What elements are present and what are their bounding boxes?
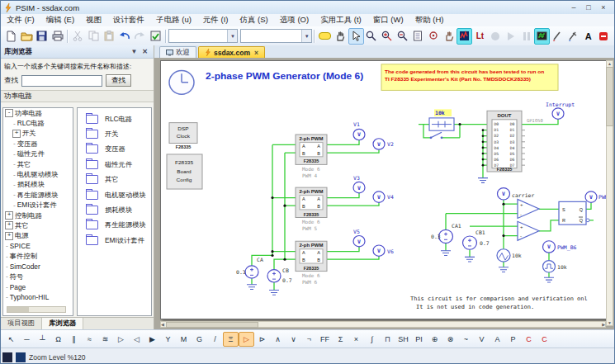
fit-page-icon[interactable] bbox=[410, 28, 426, 45]
element-search-combobox[interactable]: ▼ bbox=[168, 29, 239, 43]
tree-item[interactable]: -功率电路 bbox=[3, 108, 73, 118]
tree-item[interactable]: -符号 bbox=[3, 272, 73, 281]
voltage-probe-pen-icon[interactable] bbox=[550, 28, 565, 45]
tree-item[interactable]: -事件控制 bbox=[3, 251, 73, 261]
menu-item-6[interactable]: 仿真 (S) bbox=[234, 15, 273, 26]
tree-item[interactable]: -SimCoder bbox=[3, 262, 73, 272]
schematic-svg[interactable]: 2-phase PWM Generator (Mode 6) The code … bbox=[161, 61, 607, 319]
meter-label-interrupt[interactable]: Interrupt bbox=[546, 102, 575, 108]
menu-item-0[interactable]: 文件 (F) bbox=[1, 15, 40, 26]
sine-source-icon[interactable]: ~ bbox=[458, 332, 474, 347]
cb1-value[interactable]: 0.7 bbox=[480, 240, 490, 246]
thyristor-icon[interactable]: ▶ bbox=[144, 332, 160, 347]
folder-item[interactable]: 再生能源模块 bbox=[78, 218, 151, 233]
zener-icon[interactable]: ◁ bbox=[129, 332, 144, 347]
run-simview-icon[interactable] bbox=[457, 28, 472, 45]
pan-hand-icon[interactable] bbox=[333, 28, 348, 45]
tree-item[interactable]: -Typhoon-HIL bbox=[3, 292, 73, 302]
zoom-out-point-icon[interactable] bbox=[441, 28, 457, 45]
folder-item[interactable]: RLC电路 bbox=[78, 111, 151, 126]
meter-label-v5[interactable]: V5 bbox=[353, 229, 360, 234]
chevron-down-icon[interactable]: ▼ bbox=[301, 30, 311, 42]
menu-item-5[interactable]: 元件 (I) bbox=[197, 15, 234, 26]
cut-button[interactable] bbox=[70, 28, 86, 45]
triangle-source[interactable] bbox=[497, 249, 510, 262]
save-file-button[interactable] bbox=[35, 28, 50, 45]
menu-item-9[interactable]: 窗口 (W) bbox=[367, 15, 409, 26]
comparator-icon[interactable]: ⊳ bbox=[254, 332, 270, 347]
voltmeter-icon[interactable]: V bbox=[474, 332, 490, 347]
pause-simulation-icon[interactable] bbox=[518, 28, 534, 45]
cb-value[interactable]: 0.7 bbox=[282, 277, 292, 283]
print-button[interactable] bbox=[50, 28, 65, 45]
menu-item-2[interactable]: 视图 bbox=[80, 15, 107, 26]
triangle-source-label[interactable]: 10k bbox=[512, 253, 522, 258]
scroll-left-icon[interactable]: ◀ bbox=[161, 322, 164, 327]
adder-icon[interactable]: Σ bbox=[333, 332, 348, 347]
c-script-icon[interactable]: C bbox=[521, 332, 537, 347]
find-input[interactable] bbox=[21, 75, 102, 87]
canvas-hscrollbar[interactable]: ◀▶ bbox=[160, 321, 606, 328]
text-tool-icon[interactable]: A bbox=[580, 28, 596, 45]
find-button[interactable]: 查找 bbox=[106, 74, 131, 87]
schematic-page[interactable]: 2-phase PWM Generator (Mode 6) The code … bbox=[160, 60, 608, 319]
menu-item-7[interactable]: 选项 (O) bbox=[274, 15, 315, 26]
ground-icon[interactable]: ┴ bbox=[35, 332, 50, 347]
paste-button[interactable] bbox=[102, 28, 117, 45]
tab-library-browser[interactable]: 库浏览器 bbox=[42, 318, 83, 329]
sr-flipflop[interactable]: S Q R Q bbox=[559, 201, 589, 225]
folder-item[interactable]: 开关 bbox=[78, 126, 151, 141]
minimize-button[interactable]: – bbox=[566, 3, 581, 12]
ca1-label[interactable]: CA1 bbox=[452, 223, 461, 229]
tree-item[interactable]: +其它 bbox=[3, 220, 73, 230]
tree-item[interactable]: -其它 bbox=[3, 159, 73, 169]
wire-icon[interactable]: ─ bbox=[19, 332, 35, 347]
run-simulation-icon[interactable] bbox=[504, 28, 519, 45]
tab-close-icon[interactable]: × bbox=[254, 49, 258, 57]
folder-item[interactable]: EMI设计套件 bbox=[78, 233, 151, 248]
switch[interactable] bbox=[430, 132, 443, 139]
capacitor-icon[interactable]: ∥ bbox=[66, 332, 82, 347]
tree-item[interactable]: -EMI设计套件 bbox=[3, 201, 73, 210]
tab-welcome[interactable]: 欢迎 bbox=[159, 46, 196, 58]
tree-item[interactable]: +开关 bbox=[3, 129, 73, 139]
pwm-block-3[interactable]: 2-ph PWM A B A B F28335 Mode 6 PWM 6 bbox=[296, 241, 327, 285]
schematic-title[interactable]: 2-phase PWM Generator (Mode 6) bbox=[206, 70, 363, 81]
tree-item[interactable]: -再生能源模块 bbox=[3, 190, 73, 200]
menu-item-8[interactable]: 实用工具 (t) bbox=[315, 15, 367, 26]
folder-item[interactable]: 变压器 bbox=[78, 142, 151, 157]
taskbar-app-icon[interactable] bbox=[2, 352, 12, 362]
square-source-label[interactable]: 10k bbox=[557, 264, 567, 270]
tree-item[interactable]: -变压器 bbox=[3, 139, 73, 149]
inductor-icon[interactable]: ≈ bbox=[82, 332, 97, 347]
opamp-icon[interactable]: ▷ bbox=[239, 332, 254, 347]
undo-button[interactable] bbox=[116, 28, 132, 45]
chevron-down-icon[interactable]: ▼ bbox=[227, 30, 237, 42]
rlc-branch-icon[interactable]: ≋ bbox=[97, 332, 113, 347]
panel-close-icon[interactable]: ✕ bbox=[140, 48, 150, 55]
expand-icon[interactable]: + bbox=[12, 130, 21, 138]
dsp-clock-block[interactable]: DSP Clock F28335 bbox=[169, 123, 197, 150]
ca-value[interactable]: 0.3 bbox=[236, 270, 246, 276]
ca1-value[interactable]: 0.3 bbox=[431, 234, 441, 239]
ca-label[interactable]: CA bbox=[257, 257, 263, 262]
stop-simulation-icon[interactable] bbox=[488, 28, 504, 45]
igbt-icon[interactable]: G bbox=[192, 332, 207, 347]
close-button[interactable]: × bbox=[596, 3, 611, 12]
tree-hscrollbar[interactable] bbox=[7, 306, 66, 313]
scroll-right-icon[interactable]: ▶ bbox=[602, 322, 605, 327]
cb-label[interactable]: CB bbox=[282, 267, 289, 273]
scroll-up-icon[interactable]: ▲ bbox=[608, 61, 612, 66]
menu-item-4[interactable]: 子电路 (u) bbox=[150, 15, 197, 26]
current-source-icon[interactable]: ⊗ bbox=[442, 332, 458, 347]
select-arrow-icon[interactable]: ↖ bbox=[3, 332, 19, 347]
carrier-label[interactable]: carrier bbox=[512, 192, 535, 198]
new-file-button[interactable] bbox=[3, 28, 19, 45]
select-cursor-icon[interactable] bbox=[348, 28, 364, 45]
meter-label-v6[interactable]: V6 bbox=[387, 248, 394, 254]
meter-label-v2[interactable]: V2 bbox=[387, 141, 394, 147]
folder-item[interactable]: 电机驱动模块 bbox=[78, 187, 151, 202]
meter-label-v4[interactable]: V4 bbox=[387, 195, 394, 201]
redo-button[interactable] bbox=[132, 28, 148, 45]
square-source[interactable] bbox=[543, 261, 556, 272]
